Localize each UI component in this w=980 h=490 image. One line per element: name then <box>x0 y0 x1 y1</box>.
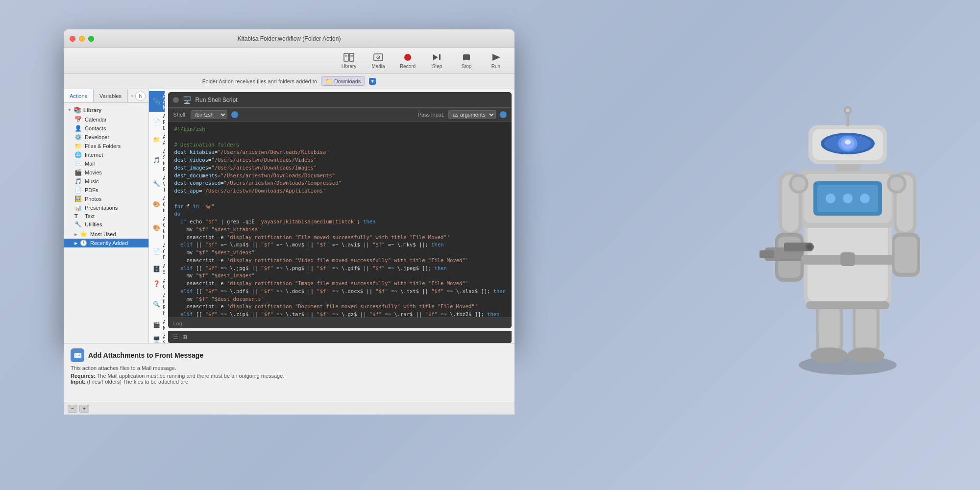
action-item-ask-confirmation[interactable]: ❓ Ask for Confirmation <box>149 276 165 291</box>
svg-point-36 <box>846 108 850 112</box>
svg-rect-1 <box>349 53 354 61</box>
minus-button[interactable]: − <box>68 405 77 413</box>
ask-finder-icon: 🔍 <box>153 301 160 308</box>
svg-rect-41 <box>764 247 804 261</box>
text-icon: T <box>74 213 82 219</box>
svg-rect-60 <box>806 301 889 309</box>
section-arrow: ▼ <box>68 108 72 112</box>
internet-label: Internet <box>85 152 103 158</box>
pass-input-label: Pass input: <box>418 112 444 118</box>
developer-label: Developer <box>85 134 109 140</box>
editor-list-icon[interactable]: ☰ <box>173 334 178 341</box>
svg-rect-0 <box>344 53 348 61</box>
media-button[interactable]: Media <box>368 52 389 69</box>
sidebar: Actions Variables ▼ <box>64 89 149 343</box>
svg-rect-18 <box>808 222 888 302</box>
tab-variables[interactable]: Variables <box>94 89 128 102</box>
shell-info-button[interactable] <box>231 111 238 118</box>
run-button[interactable]: Run <box>485 52 507 69</box>
sidebar-item-pdfs[interactable]: 📄 PDFs <box>64 186 148 195</box>
search-input[interactable] <box>135 92 146 100</box>
action-detail-input: Input: (Files/Folders) The files to be a… <box>71 379 508 385</box>
sidebar-item-internet[interactable]: 🌐 Internet <box>64 150 148 159</box>
code-line-mv4: mv "$f" "$dest_documents" <box>174 295 506 303</box>
minimize-button[interactable] <box>79 36 85 42</box>
code-area[interactable]: #!/bin/zsh # Destination folders dest_ki… <box>168 122 512 318</box>
tab-actions[interactable]: Actions <box>64 89 94 102</box>
library-tree: ▼ 📚 Library 📅 Calendar 👤 Contacts ⚙️ <box>64 103 148 343</box>
action-item-ask-movies[interactable]: 🎬 Ask for Movies <box>149 318 165 332</box>
script-close-button[interactable] <box>173 97 179 103</box>
title-bar: Kitabisa Folder.workflow (Folder Action) <box>64 29 514 48</box>
sidebar-item-most-used[interactable]: ▶ ⭐ Most Used <box>64 230 148 239</box>
action-detail-description: This action attaches files to a Mail mes… <box>71 365 508 371</box>
folder-selector[interactable]: 📁 Downloads <box>321 76 365 86</box>
editor-grid-icon[interactable]: ⊞ <box>182 334 187 341</box>
script-title: Run Shell Script <box>195 97 237 103</box>
step-button[interactable]: Step <box>426 52 448 69</box>
svg-rect-17 <box>804 218 892 306</box>
svg-rect-47 <box>897 175 913 232</box>
action-item-add-grid-pdf[interactable]: 📄 Add Grid to PDF Documents <box>149 112 165 132</box>
requires-label: Requires: <box>71 373 96 379</box>
sidebar-item-music[interactable]: 🎵 Music <box>64 177 148 186</box>
sidebar-item-photos[interactable]: 🖼️ Photos <box>64 195 148 203</box>
action-item-apply-quartz-images[interactable]: 🎨 Apply Quartz...r to Image Files <box>149 215 165 241</box>
sidebar-item-presentations[interactable]: 📊 Presentations <box>64 203 148 212</box>
action-item-ask-finder[interactable]: 🔍 Ask for Finder Items <box>149 291 165 318</box>
stop-button[interactable]: Stop <box>456 52 477 69</box>
sidebar-item-recently-added[interactable]: ▶ 🕒 Recently Added <box>64 239 148 247</box>
svg-rect-50 <box>816 304 843 353</box>
action-item-apply-colorsy[interactable]: 🎨 Apply ColorSy...file to Images <box>149 194 165 215</box>
add-album-icon: 📁 <box>153 136 160 143</box>
code-line-elif2: elif [[ "$f" =~ \.jpg$ || "$f" =~ \.png$… <box>174 265 506 272</box>
log-label: Log <box>173 320 182 326</box>
svg-rect-28 <box>812 129 883 160</box>
add-grid-pdf-icon: 📄 <box>153 119 160 125</box>
minus-icon: − <box>71 406 74 411</box>
svg-rect-22 <box>817 185 878 212</box>
action-item-apply-sql[interactable]: 🗄️ Apply SQL <box>149 262 165 276</box>
action-item-add-attachment[interactable]: 📎 Add Attachme...ront Message <box>149 91 165 112</box>
step-icon <box>430 52 444 63</box>
sidebar-item-contacts[interactable]: 👤 Contacts <box>64 124 148 133</box>
developer-icon: ⚙️ <box>74 134 82 141</box>
svg-rect-26 <box>835 162 860 172</box>
maximize-button[interactable] <box>88 36 94 42</box>
sidebar-item-utilities[interactable]: 🔧 Utilities <box>64 220 148 229</box>
pass-input-info-button[interactable] <box>500 111 507 118</box>
library-folder-icon: 📚 <box>74 106 81 114</box>
recently-added-icon: 🕒 <box>80 240 88 246</box>
contacts-label: Contacts <box>85 125 106 131</box>
close-button[interactable] <box>70 36 75 42</box>
media-icon <box>371 52 385 63</box>
sidebar-item-mail[interactable]: ✉️ Mail <box>64 159 148 168</box>
action-item-ask-servers[interactable]: 🖥️ Ask For Servers <box>149 332 165 343</box>
sidebar-item-movies[interactable]: 🎬 Movies <box>64 168 148 177</box>
sidebar-item-text[interactable]: T Text <box>64 212 148 220</box>
code-line-dest4: dest_documents="/Users/ariestwn/Download… <box>174 172 506 180</box>
sidebar-item-calendar[interactable]: 📅 Calendar <box>64 115 148 124</box>
record-button[interactable]: Record <box>397 52 418 69</box>
code-line-comment: # Destination folders <box>174 141 506 149</box>
library-button[interactable]: Library <box>338 52 360 69</box>
code-line-mv1: mv "$f" "$dest_kitabisa" <box>174 226 506 234</box>
apply-quartz-images-icon: 🎨 <box>153 224 160 231</box>
add-attachment-icon: 📎 <box>153 98 160 105</box>
library-section-header[interactable]: ▼ 📚 Library <box>64 105 148 115</box>
shell-select[interactable]: /bin/zsh /bin/bash /bin/sh <box>191 110 227 119</box>
sidebar-item-files-folders[interactable]: 📁 Files & Folders <box>64 142 148 150</box>
folder-action-expand[interactable]: ▼ <box>369 78 376 85</box>
pass-input-select[interactable]: as arguments to stdin <box>448 110 496 119</box>
sidebar-item-developer[interactable]: ⚙️ Developer <box>64 133 148 142</box>
svg-point-52 <box>810 347 848 363</box>
folder-action-label: Folder Action receives files and folders… <box>202 78 317 84</box>
action-item-add-songs[interactable]: 🎵 Add Songs to Playlist <box>149 147 165 173</box>
editor-bottom-bar: ☰ ⊞ <box>168 331 512 343</box>
action-item-add-versioning[interactable]: 🔧 Add Versioning Tool <box>149 173 165 194</box>
svg-rect-34 <box>846 113 849 126</box>
plus-button[interactable]: + <box>79 405 89 413</box>
action-item-apply-quartz-pdf[interactable]: 📄 Apply Quartz...DF Documents <box>149 241 165 262</box>
action-item-add-album[interactable]: 📁 Add Album <box>149 132 165 147</box>
code-line-do: do <box>174 210 506 218</box>
